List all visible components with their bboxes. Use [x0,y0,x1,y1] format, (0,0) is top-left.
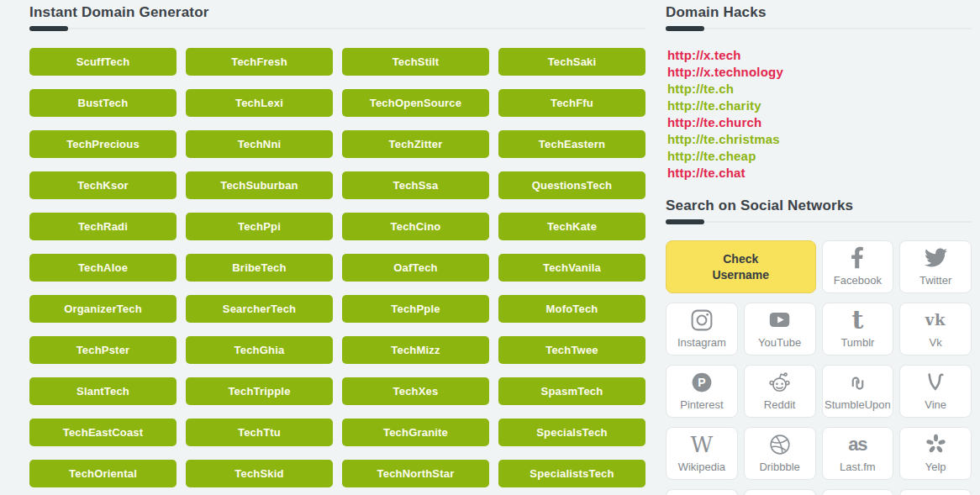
domain-suggestion-button[interactable]: TechMizz [342,336,489,364]
social-network-button[interactable]: Facebook [822,240,894,293]
social-network-button[interactable]: StumbleUpon [822,365,894,418]
dribbble-icon [768,428,792,461]
domain-hack-link[interactable]: http://te.chat [667,165,972,182]
domain-suggestion-button[interactable]: TechAloe [29,254,177,282]
instagram-icon [690,303,714,336]
domain-suggestion-button[interactable]: TechGranite [342,419,489,446]
vk-icon: vk [925,303,946,336]
domain-hack-link[interactable]: http://te.ch [667,81,972,97]
social-network-button[interactable]: P Pinterest [666,365,738,418]
domain-suggestion-button[interactable]: BribeTech [186,254,333,282]
yelp-icon [925,428,947,461]
domain-hack-link[interactable]: http://x.tech [667,47,972,64]
stumbleupon-icon [845,366,871,398]
social-network-label: StumbleUpon [825,398,891,411]
social-network-button[interactable]: W Wikipedia [666,427,738,480]
domain-suggestion-button[interactable]: TechTtu [186,419,333,446]
domain-suggestion-button[interactable]: TechFresh [186,48,333,76]
social-network-label: Tumblr [840,336,874,349]
check-username-button[interactable]: Check Username [666,240,816,293]
domain-suggestion-button[interactable]: TechLexi [186,89,333,117]
domain-suggestion-button[interactable]: TechNorthStar [342,460,489,487]
social-network-button[interactable]: Dribbble [744,427,816,480]
domain-suggestion-button[interactable]: QuestionsTech [498,171,645,199]
lastfm-icon: as [848,428,867,461]
social-network-label: Vine [925,398,946,411]
domain-suggestion-button[interactable]: TechSsa [342,171,489,199]
svg-text:P: P [698,375,705,388]
domain-suggestion-button[interactable]: ScuffTech [29,48,177,76]
domain-suggestion-button[interactable]: OafTech [342,254,489,282]
domain-suggestion-button[interactable]: SpecialistsTech [498,460,645,487]
domain-suggestion-button[interactable]: MofoTech [498,295,645,323]
domain-suggestion-button[interactable]: TechPple [342,295,489,323]
domain-suggestion-button[interactable]: TechFfu [498,89,645,117]
social-button-partial[interactable] [899,489,972,495]
facebook-icon [851,241,864,274]
domain-suggestion-button[interactable]: TechOriental [29,460,177,487]
social-network-label: YouTube [758,336,801,349]
social-network-button[interactable]: Vine [899,365,972,418]
social-network-button[interactable]: Twitter [899,240,972,293]
social-button-partial[interactable] [822,489,894,495]
generator-title: Instant Domain Generator [29,3,645,22]
social-networks-grid: Check Username Facebook Twitter Instagra… [666,240,972,495]
wikipedia-icon: W [691,428,714,461]
domain-suggestion-button[interactable]: TechSkid [186,460,333,487]
domain-suggestion-button[interactable]: TechKsor [29,171,177,199]
domain-hack-link[interactable]: http://te.church [667,114,972,131]
social-network-button[interactable]: vk Vk [899,303,972,355]
social-search-title: Search on Social Networks [666,197,972,215]
domain-suggestion-button[interactable]: TechCino [342,213,489,240]
social-network-label: Vk [930,336,942,349]
social-network-button[interactable]: as Last.fm [822,427,894,480]
domain-suggestion-button[interactable]: SearcherTech [186,295,333,323]
domain-suggestion-button[interactable]: TechStilt [342,48,489,76]
domain-suggestion-button[interactable]: TechTwee [498,336,645,364]
social-network-label: Twitter [919,274,951,287]
title-underline [666,219,972,224]
social-button-partial[interactable] [666,489,738,495]
domain-suggestion-button[interactable]: TechTripple [186,377,333,405]
social-network-button[interactable]: t Tumblr [822,303,894,355]
social-network-label: Wikipedia [678,461,725,473]
domain-suggestion-button[interactable]: TechPpi [186,213,333,240]
domain-hack-link[interactable]: http://te.christmas [667,131,972,148]
domain-suggestion-button[interactable]: TechEastern [498,130,645,158]
domain-hack-link[interactable]: http://te.charity [667,97,972,114]
title-underline [29,26,645,31]
title-underline [666,26,972,31]
social-network-label: Last.fm [840,461,876,473]
right-sidebar: Domain Hacks http://x.techhttp://x.techn… [666,0,972,495]
domain-suggestion-button[interactable]: SpasmTech [498,377,645,405]
domain-hack-link[interactable]: http://te.cheap [667,148,972,165]
pinterest-icon: P [690,366,714,398]
domain-suggestion-button[interactable]: SpecialsTech [498,419,645,446]
social-network-button[interactable]: YouTube [744,303,816,355]
domain-suggestion-button[interactable]: TechNni [186,130,333,158]
domain-suggestion-button[interactable]: TechSuburban [186,171,333,199]
domain-suggestion-button[interactable]: OrganizerTech [29,295,177,323]
domain-hack-link[interactable]: http://x.technology [667,64,972,81]
domain-suggestion-button[interactable]: TechKate [498,213,645,240]
domain-suggestion-button[interactable]: TechPrecious [29,130,177,158]
twitter-icon [923,241,949,274]
domain-suggestion-button[interactable]: TechRadi [29,213,177,240]
domain-suggestion-button[interactable]: SlantTech [29,377,177,405]
domain-suggestion-button[interactable]: TechGhia [186,336,333,364]
domain-suggestion-button[interactable]: TechPster [29,336,177,364]
social-button-partial[interactable] [744,489,816,495]
domain-suggestion-button[interactable]: TechOpenSource [342,89,489,117]
domain-suggestion-button[interactable]: TechXes [342,377,489,405]
social-network-button[interactable]: Instagram [666,303,738,355]
domain-suggestion-button[interactable]: TechSaki [498,48,645,76]
domain-suggestion-button[interactable]: TechZitter [342,130,489,158]
social-network-label: Reddit [764,398,796,411]
social-network-button[interactable]: Reddit [744,365,816,418]
domain-suggestion-button[interactable]: BustTech [29,89,177,117]
social-network-button[interactable]: Yelp [899,427,972,480]
vine-icon [925,366,946,398]
social-network-label: Yelp [925,461,946,473]
domain-suggestion-button[interactable]: TechVanila [498,254,645,282]
domain-suggestion-button[interactable]: TechEastCoast [29,419,177,446]
